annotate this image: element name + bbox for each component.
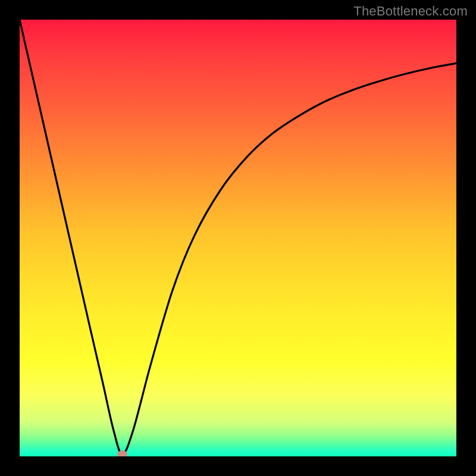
optimal-point-marker bbox=[117, 450, 127, 456]
chart-frame: TheBottleneck.com bbox=[0, 0, 476, 476]
watermark-text: TheBottleneck.com bbox=[353, 4, 468, 19]
bottleneck-curve bbox=[20, 20, 456, 456]
plot-area bbox=[20, 20, 456, 456]
